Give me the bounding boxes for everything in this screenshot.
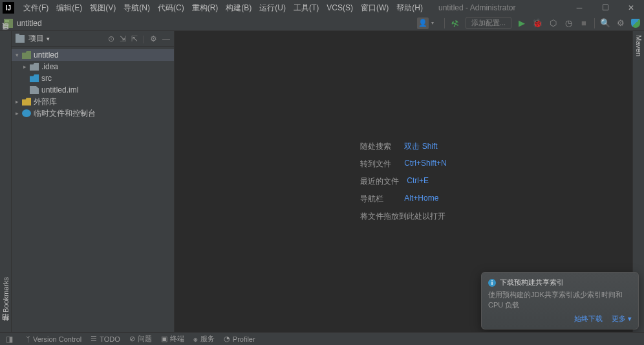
shortcut-label: 转到文件 [360,159,396,170]
menu-window[interactable]: 窗口(W) [357,3,392,14]
search-icon[interactable]: 🔍 [600,18,610,28]
expand-all-icon[interactable]: ⇲ [120,34,126,43]
branch-icon: ᛉ [26,335,30,343]
tree-node-external-libs[interactable]: ▸ 外部库 [12,96,174,107]
sidebar-title[interactable]: 项目 [28,33,44,44]
status-services[interactable]: ⎈服务 [193,334,215,344]
shortcut-key: Ctrl+Shift+N [404,159,446,170]
services-icon: ⎈ [193,335,198,343]
shortcut-goto-file[interactable]: 转到文件 Ctrl+Shift+N [360,159,446,170]
notification-title: 下载预构建共享索引 [500,278,564,287]
shortcut-navbar[interactable]: 导航栏 Alt+Home [360,194,446,205]
shortcut-search-everywhere[interactable]: 随处搜索 双击 Shift [360,141,446,152]
notification-body: 使用预构建的JDK共享索引减少索引时间和 CPU 负载 [488,290,632,310]
file-icon [30,86,39,94]
gear-icon[interactable]: ⚙ [150,34,157,43]
select-opened-icon[interactable]: ⊙ [108,34,114,43]
tree-scratches-label: 临时文件和控制台 [34,108,96,119]
tree-src-label: src [41,74,52,83]
notification-download-button[interactable]: 始终下载 [574,314,603,324]
shortcut-key: Ctrl+E [407,176,429,187]
collapse-all-icon[interactable]: ⇱ [131,34,138,43]
tree-iml-label: untitled.iml [41,85,78,95]
menu-build[interactable]: 构建(B) [222,3,255,14]
breadcrumb-project[interactable]: untitled [17,19,42,28]
info-icon: i [488,279,496,287]
profile-icon[interactable]: ◷ [563,18,574,28]
sidebar-header: 项目 ▾ ⊙ ⇲ ⇱ | ⚙ — [12,31,174,47]
tool-tab-structure[interactable]: 结构 [1,326,10,328]
menu-help[interactable]: 帮助(H) [392,3,427,14]
status-terminal[interactable]: ▣终端 [161,334,184,344]
status-todo[interactable]: ☰TODO [91,335,120,343]
shortcut-key: Alt+Home [404,194,438,205]
menu-file[interactable]: 文件(F) [19,3,52,14]
project-sidebar: 项目 ▾ ⊙ ⇲ ⇱ | ⚙ — ▾ untitled ▸ .idea [12,31,175,332]
menu-vcs[interactable]: VCS(S) [323,3,357,12]
menu-edit[interactable]: 编辑(E) [52,3,86,14]
debug-icon[interactable]: 🐞 [532,18,542,28]
profiler-icon: ◔ [224,335,230,343]
chevron-down-icon[interactable]: ▾ [47,36,50,42]
tree-node-src[interactable]: src [12,72,174,84]
tree-node-root[interactable]: ▾ untitled [12,49,174,61]
shield-icon[interactable] [631,19,640,28]
tree-node-scratches[interactable]: ▸ 临时文件和控制台 [12,107,174,119]
titlebar: IJ 文件(F) 编辑(E) 视图(V) 导航(N) 代码(C) 重构(R) 构… [0,0,644,16]
drop-hint: 将文件拖放到此处以打开 [360,211,445,222]
menu-view[interactable]: 视图(V) [86,3,120,14]
project-icon [4,19,13,28]
shortcut-label: 最近的文件 [360,176,399,187]
status-profiler[interactable]: ◔Profiler [224,335,255,343]
run-config-dropdown[interactable]: 添加配置... [466,17,511,29]
folder-icon [16,35,25,43]
project-tree[interactable]: ▾ untitled ▸ .idea src untitled.iml [12,47,174,122]
folder-icon [30,63,39,71]
shortcut-recent-files[interactable]: 最近的文件 Ctrl+E [360,176,446,187]
scratches-icon [22,109,31,117]
tree-node-idea[interactable]: ▸ .idea [12,61,174,72]
tree-root-label: untitled [34,50,59,60]
hide-icon[interactable]: — [162,34,170,43]
notification-popup: i 下载预构建共享索引 使用预构建的JDK共享索引减少索引时间和 CPU 负载 … [481,272,639,329]
problems-icon: ⊘ [129,335,135,343]
left-tool-gutter: 项目 Bookmarks 结构 [0,31,12,332]
close-button[interactable]: ✕ [618,0,644,16]
run-icon[interactable]: ▶ [517,18,527,28]
minimize-button[interactable]: ─ [566,0,592,16]
navbar: untitled 👤 ⚒ 添加配置... ▶ 🐞 ⬡ ◷ ■ 🔍 ⚙ [0,16,644,31]
sep: | [143,34,145,43]
stop-icon[interactable]: ■ [579,18,589,28]
todo-icon: ☰ [91,335,97,343]
window-title: untitled - Administrator [438,3,515,12]
tool-tab-project[interactable]: 项目 [1,34,10,36]
shortcut-label: 随处搜索 [360,141,396,152]
tool-tab-bookmarks[interactable]: Bookmarks [2,276,10,314]
tool-tab-maven[interactable]: Maven [635,34,643,58]
tree-external-label: 外部库 [34,96,57,107]
status-problems[interactable]: ⊘问题 [129,334,152,344]
coverage-icon[interactable]: ⬡ [548,18,558,28]
library-icon [22,98,31,106]
status-vcs[interactable]: ᛉVersion Control [26,335,81,343]
menu-run[interactable]: 运行(U) [255,3,290,14]
menu-tools[interactable]: 工具(T) [290,3,323,14]
user-avatar[interactable]: 👤 [417,17,429,29]
menu-code[interactable]: 代码(C) [154,3,188,14]
menu-navigate[interactable]: 导航(N) [120,3,154,14]
source-folder-icon [30,74,39,82]
notification-more-button[interactable]: 更多 ▾ [612,314,632,324]
tool-window-toggle-icon[interactable]: ◨ [4,334,14,344]
tree-idea-label: .idea [41,62,58,71]
terminal-icon: ▣ [161,335,167,343]
shortcut-key: 双击 Shift [404,141,437,152]
shortcut-label: 导航栏 [360,194,396,205]
build-icon[interactable]: ⚒ [449,16,462,30]
app-logo: IJ [3,2,14,14]
settings-icon[interactable]: ⚙ [616,18,626,28]
menu-refactor[interactable]: 重构(R) [188,3,222,14]
statusbar: ◨ ᛉVersion Control ☰TODO ⊘问题 ▣终端 ⎈服务 ◔Pr… [0,332,644,345]
maximize-button[interactable]: ☐ [592,0,618,16]
module-icon [22,51,31,59]
tree-node-iml[interactable]: untitled.iml [12,84,174,96]
